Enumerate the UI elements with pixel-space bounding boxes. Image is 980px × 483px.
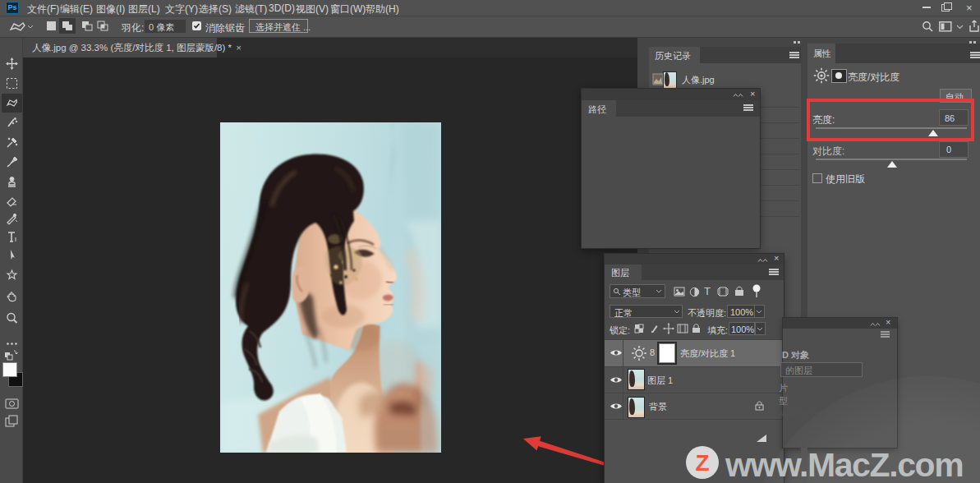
svg-text:Z: Z (695, 450, 709, 476)
